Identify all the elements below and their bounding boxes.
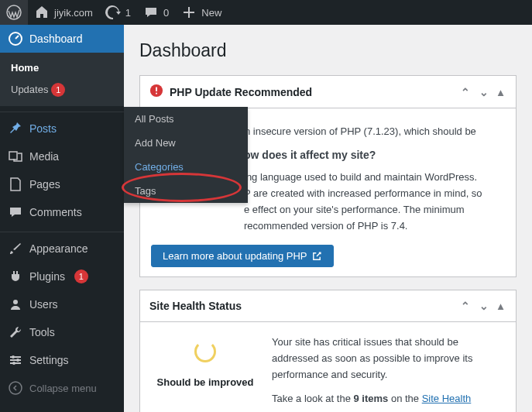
svg-point-8 [12,362,15,365]
spinner-icon [194,341,216,362]
menu-settings[interactable]: Settings [0,346,124,374]
php-heading: PHP Update Recommended [170,86,312,98]
health-p2: Take a look at the 9 items on the Site H… [272,391,505,407]
menu-pages[interactable]: Pages [0,170,124,198]
flyout-tags[interactable]: Tags [124,179,248,203]
php-panel-header: PHP Update Recommended ⌃ ⌄ ▴ [140,76,516,108]
toggle-icon[interactable]: ▴ [495,84,506,100]
pages-icon [8,177,23,192]
dashboard-icon [8,31,23,46]
menu-dashboard-label: Dashboard [29,33,83,45]
health-panel: Site Health Status ⌃ ⌄ ▴ Should be impro… [139,290,517,412]
menu-comments-label: Comments [29,206,82,218]
site-link[interactable]: jiyik.com [28,0,99,25]
main-content: Dashboard PHP Update Recommended ⌃ ⌄ ▴ Y… [124,25,532,412]
menu-settings-label: Settings [29,354,69,366]
separator [0,228,124,232]
menu-dashboard[interactable]: Dashboard [0,25,124,53]
page-title: Dashboard [139,40,517,61]
wrench-icon [8,324,23,340]
posts-flyout: All Posts Add New Categories Tags [124,107,248,203]
svg-point-9 [9,382,22,394]
svg-point-2 [13,300,18,304]
site-health-link[interactable]: Site Health [422,393,472,404]
settings-icon [8,352,23,368]
menu-appearance-label: Appearance [29,242,88,255]
menu-plugins-label: Plugins [29,270,65,283]
comments-icon [8,204,23,220]
menu-posts-label: Posts [29,122,57,135]
flyout-categories[interactable]: Categories [124,155,248,179]
comments-link[interactable]: 0 [137,0,175,25]
collapse-menu[interactable]: Collapse menu [0,374,124,402]
wp-logo[interactable] [0,0,28,25]
menu-comments[interactable]: Comments [0,198,124,226]
flyout-all-posts[interactable]: All Posts [124,107,248,131]
comments-count: 0 [163,7,169,19]
media-icon [8,149,23,164]
health-body: Should be improved Your site has critica… [140,322,516,412]
health-status: Should be improved [151,335,259,412]
users-icon [8,297,23,312]
submenu-updates[interactable]: Updates1 [0,78,124,101]
menu-users[interactable]: Users [0,290,124,318]
admin-sidebar: Dashboard Home Updates1 Posts Media Page… [0,25,124,412]
site-name: jiyik.com [54,7,93,19]
menu-media[interactable]: Media [0,142,124,170]
learn-more-button[interactable]: Learn more about updating PHP [151,245,334,267]
pin-icon [8,121,23,136]
menu-pages-label: Pages [29,178,60,191]
chevron-down-icon[interactable]: ⌄ [476,298,492,314]
brush-icon [8,241,23,256]
new-link[interactable]: New [175,0,228,25]
chevron-up-icon[interactable]: ⌃ [458,298,473,314]
health-status-text: Should be improved [157,376,254,388]
chevron-down-icon[interactable]: ⌄ [476,84,492,100]
health-header: Site Health Status ⌃ ⌄ ▴ [140,290,516,322]
chevron-up-icon[interactable]: ⌃ [458,84,473,100]
svg-rect-12 [156,93,157,94]
separator [0,108,124,112]
admin-toolbar: jiyik.com 1 0 New [0,0,532,25]
flyout-add-new[interactable]: Add New [124,131,248,155]
health-heading: Site Health Status [149,300,242,312]
updates-badge: 1 [51,83,65,97]
toggle-icon[interactable]: ▴ [495,298,506,314]
collapse-icon [8,380,23,396]
svg-point-7 [16,359,19,362]
health-p1: Your site has critical issues that shoul… [272,335,505,383]
warning-icon [149,84,163,100]
menu-appearance[interactable]: Appearance [0,235,124,263]
menu-users-label: Users [29,298,58,311]
health-text: Your site has critical issues that shoul… [272,335,505,412]
collapse-label: Collapse menu [29,383,97,394]
php-subheading: ow does it affect my site? [244,146,505,163]
menu-posts[interactable]: Posts [0,115,124,142]
new-label: New [201,7,221,19]
updates-count: 1 [125,7,131,19]
updates-link[interactable]: 1 [99,0,137,25]
menu-plugins[interactable]: Plugins1 [0,263,124,290]
menu-tools-label: Tools [29,326,55,338]
menu-media-label: Media [29,150,59,163]
svg-rect-11 [156,88,157,91]
menu-tools[interactable]: Tools [0,318,124,346]
svg-point-6 [12,355,15,359]
submenu-dashboard: Home Updates1 [0,53,124,106]
plugins-badge: 1 [74,270,88,283]
plug-icon [8,269,23,284]
submenu-home[interactable]: Home [0,57,124,78]
